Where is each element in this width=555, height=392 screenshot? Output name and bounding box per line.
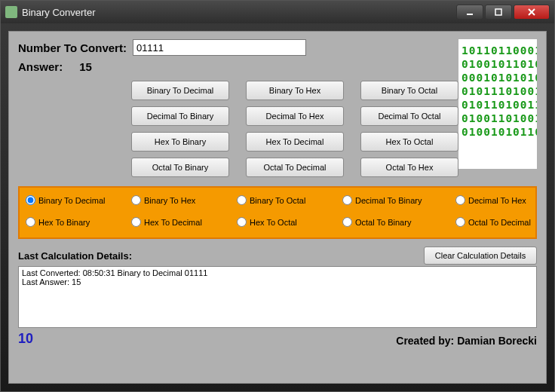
conversion-button-grid: Binary To Decimal Binary To Hex Binary T… xyxy=(131,81,458,177)
radio-hex-to-decimal[interactable]: Hex To Decimal xyxy=(131,217,237,227)
binary-art-image: 10110110001100 01001011010011 0001010101… xyxy=(458,39,537,169)
app-window: Binary Converter Number To Convert: xyxy=(0,0,555,392)
answer-label: Answer: xyxy=(18,60,63,73)
svg-rect-1 xyxy=(495,9,501,15)
binary-to-hex-button[interactable]: Binary To Hex xyxy=(246,81,344,100)
maximize-button[interactable] xyxy=(485,5,512,20)
answer-value: 15 xyxy=(79,60,92,73)
radio-binary-to-octal[interactable]: Binary To Octal xyxy=(237,195,342,205)
details-textbox[interactable]: Last Converted: 08:50:31 Binary to Decim… xyxy=(18,266,537,328)
hex-to-decimal-button[interactable]: Hex To Decimal xyxy=(246,132,344,152)
hex-to-octal-button[interactable]: Hex To Octal xyxy=(360,132,458,152)
decimal-to-binary-button[interactable]: Decimal To Binary xyxy=(131,106,229,126)
radio-binary-to-decimal[interactable]: Binary To Decimal xyxy=(26,195,131,205)
decimal-to-hex-button[interactable]: Decimal To Hex xyxy=(246,106,344,126)
footer-credit: Created by: Damian Borecki xyxy=(396,335,537,347)
octal-to-decimal-button[interactable]: Octal To Decimal xyxy=(246,158,344,177)
radio-hex-to-binary[interactable]: Hex To Binary xyxy=(26,217,131,227)
titlebar[interactable]: Binary Converter xyxy=(1,1,554,23)
radio-panel: Binary To Decimal Binary To Hex Binary T… xyxy=(18,186,537,239)
radio-decimal-to-hex[interactable]: Decimal To Hex xyxy=(455,195,555,205)
minimize-button[interactable] xyxy=(456,5,483,20)
binary-to-decimal-button[interactable]: Binary To Decimal xyxy=(131,81,229,100)
radio-octal-to-binary[interactable]: Octal To Binary xyxy=(342,217,455,227)
number-label: Number To Convert: xyxy=(18,41,127,54)
radio-binary-to-hex[interactable]: Binary To Hex xyxy=(131,195,237,205)
main-panel: Number To Convert: Answer: 15 Binary To … xyxy=(8,31,547,384)
radio-hex-to-octal[interactable]: Hex To Octal xyxy=(237,217,342,227)
radio-octal-to-decimal[interactable]: Octal To Decimal xyxy=(455,217,555,227)
decimal-to-octal-button[interactable]: Decimal To Octal xyxy=(360,106,458,126)
octal-to-hex-button[interactable]: Octal To Hex xyxy=(360,158,458,177)
close-button[interactable] xyxy=(514,5,550,20)
footer-number: 10 xyxy=(18,331,33,347)
clear-calculation-button[interactable]: Clear Calculation Details xyxy=(424,247,537,265)
app-icon xyxy=(5,6,17,18)
radio-decimal-to-binary[interactable]: Decimal To Binary xyxy=(342,195,455,205)
hex-to-binary-button[interactable]: Hex To Binary xyxy=(131,132,229,152)
binary-to-octal-button[interactable]: Binary To Octal xyxy=(360,81,458,100)
window-title: Binary Converter xyxy=(22,7,456,18)
details-header: Last Calculation Details: xyxy=(18,250,424,262)
octal-to-binary-button[interactable]: Octal To Binary xyxy=(131,158,229,177)
number-input[interactable] xyxy=(133,39,306,56)
client-area: Number To Convert: Answer: 15 Binary To … xyxy=(1,23,554,391)
